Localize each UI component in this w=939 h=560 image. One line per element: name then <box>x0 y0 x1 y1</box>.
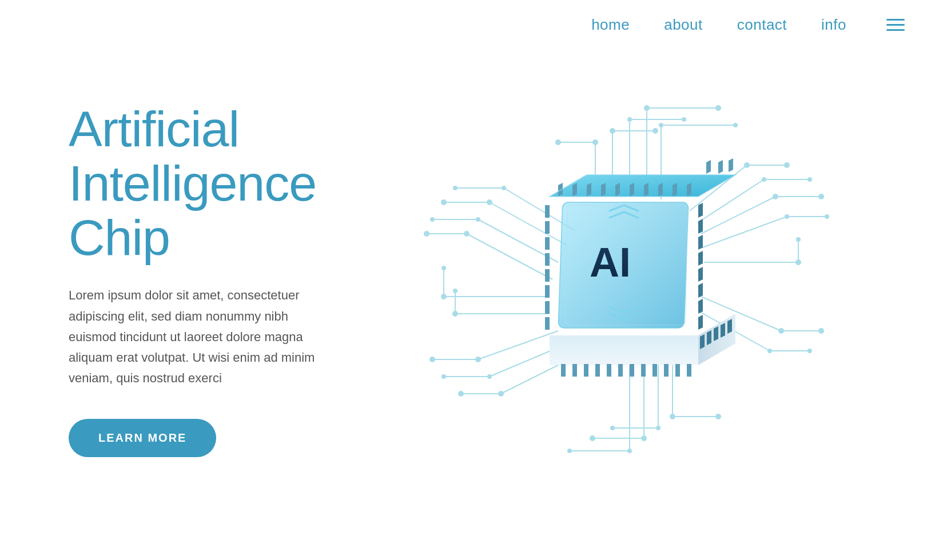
chip-illustration: AI <box>366 79 882 479</box>
svg-point-59 <box>590 435 595 441</box>
chip-front-face <box>550 335 698 365</box>
svg-line-72 <box>478 331 558 359</box>
svg-rect-111 <box>687 364 691 377</box>
svg-marker-126 <box>698 219 703 234</box>
svg-point-55 <box>610 426 615 430</box>
svg-marker-127 <box>698 235 703 250</box>
svg-rect-108 <box>652 364 657 377</box>
svg-rect-105 <box>618 364 623 377</box>
svg-marker-130 <box>698 283 703 298</box>
svg-point-99 <box>453 186 457 190</box>
svg-point-35 <box>825 214 829 219</box>
svg-rect-106 <box>630 364 634 377</box>
svg-point-43 <box>818 328 824 334</box>
svg-line-84 <box>467 234 552 279</box>
svg-point-15 <box>715 105 721 111</box>
svg-rect-104 <box>607 364 611 377</box>
hero-body-text: Lorem ipsum dolor sit amet, consectetuer… <box>69 285 332 389</box>
svg-marker-138 <box>630 183 634 197</box>
svg-point-95 <box>441 199 447 205</box>
svg-rect-110 <box>675 364 680 377</box>
svg-marker-128 <box>698 251 703 266</box>
nav-about[interactable]: about <box>664 16 703 34</box>
svg-marker-125 <box>698 203 703 218</box>
navbar: home about contact info <box>0 0 939 34</box>
svg-marker-131 <box>698 299 703 314</box>
top-right-edge-pins <box>706 158 733 174</box>
svg-marker-134 <box>572 183 577 197</box>
hero-title: Artificial Intelligence Chip <box>69 102 366 265</box>
svg-point-19 <box>733 123 738 127</box>
svg-point-51 <box>715 414 721 419</box>
learn-more-button[interactable]: LEARN MORE <box>69 419 216 457</box>
svg-marker-132 <box>698 315 703 330</box>
svg-marker-129 <box>698 267 703 282</box>
svg-point-83 <box>441 266 446 270</box>
svg-marker-116 <box>727 319 732 334</box>
svg-point-67 <box>458 391 464 397</box>
svg-line-40 <box>701 297 781 331</box>
svg-point-75 <box>429 357 435 362</box>
top-right-pins <box>698 203 703 330</box>
svg-point-91 <box>430 217 435 222</box>
svg-point-63 <box>567 449 572 453</box>
svg-rect-121 <box>545 269 550 282</box>
svg-rect-100 <box>561 364 566 377</box>
svg-point-23 <box>784 162 790 168</box>
svg-rect-103 <box>595 364 600 377</box>
svg-rect-118 <box>545 221 550 234</box>
svg-line-28 <box>701 197 775 234</box>
svg-point-79 <box>453 289 457 293</box>
hamburger-menu-icon[interactable] <box>886 19 905 31</box>
svg-rect-101 <box>572 364 577 377</box>
hero-section: Artificial Intelligence Chip Lorem ipsum… <box>0 34 939 525</box>
svg-marker-144 <box>718 160 723 174</box>
chip-ai-text: AI <box>590 239 631 285</box>
front-pins <box>561 364 691 377</box>
svg-rect-119 <box>545 237 550 250</box>
nav-info[interactable]: info <box>821 16 846 34</box>
svg-point-39 <box>796 237 801 242</box>
chip-scene: AI <box>409 85 838 474</box>
svg-marker-112 <box>700 334 705 349</box>
svg-marker-145 <box>729 158 733 172</box>
svg-point-27 <box>807 177 812 182</box>
svg-point-11 <box>682 117 686 122</box>
svg-marker-141 <box>673 183 677 197</box>
svg-rect-123 <box>545 301 550 314</box>
svg-marker-113 <box>707 330 711 345</box>
top-left-pins <box>545 205 550 330</box>
svg-point-7 <box>652 128 658 134</box>
svg-marker-135 <box>587 183 591 197</box>
svg-point-31 <box>818 194 824 199</box>
svg-point-3 <box>555 139 561 145</box>
svg-marker-139 <box>644 183 648 197</box>
svg-rect-107 <box>641 364 646 377</box>
svg-marker-114 <box>714 326 718 341</box>
svg-rect-109 <box>664 364 669 377</box>
svg-rect-124 <box>545 317 550 330</box>
svg-point-47 <box>807 349 812 353</box>
svg-marker-115 <box>721 323 725 338</box>
svg-line-32 <box>701 217 787 248</box>
nav-home[interactable]: home <box>591 16 630 34</box>
svg-marker-140 <box>658 183 663 197</box>
svg-marker-143 <box>706 160 711 174</box>
svg-rect-120 <box>545 253 550 266</box>
svg-rect-117 <box>545 205 550 218</box>
svg-rect-122 <box>545 285 550 298</box>
svg-marker-136 <box>601 183 606 197</box>
hero-left-content: Artificial Intelligence Chip Lorem ipsum… <box>69 102 366 457</box>
svg-point-87 <box>424 231 429 237</box>
svg-point-71 <box>441 374 446 379</box>
svg-rect-102 <box>584 364 588 377</box>
svg-line-92 <box>490 202 567 245</box>
chip-top-face <box>550 175 735 197</box>
nav-contact[interactable]: contact <box>737 16 787 34</box>
svg-marker-137 <box>615 183 620 197</box>
svg-marker-142 <box>687 183 691 197</box>
